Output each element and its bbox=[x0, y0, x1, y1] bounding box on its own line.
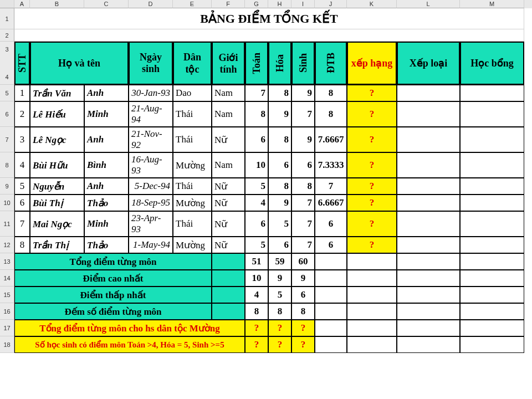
cell-lastname[interactable]: Trần Văn bbox=[30, 85, 84, 101]
cell-sex[interactable]: Nam bbox=[212, 85, 245, 101]
cell-hocbong[interactable] bbox=[460, 85, 524, 101]
col-header[interactable]: M bbox=[460, 0, 524, 8]
th-hocbong[interactable]: Học bổng bbox=[460, 42, 524, 85]
empty-cell[interactable] bbox=[212, 270, 245, 287]
cell-hoa[interactable]: 8 bbox=[268, 85, 291, 101]
cell-hoa[interactable]: 5 bbox=[268, 211, 291, 237]
row-header[interactable]: 18 bbox=[0, 336, 14, 353]
summary-val[interactable]: 9 bbox=[291, 270, 315, 287]
row-header[interactable]: 34 bbox=[0, 42, 14, 85]
cell-firstname[interactable]: Anh bbox=[84, 127, 129, 152]
summary-val[interactable]: 8 bbox=[268, 303, 291, 320]
cell-stt[interactable]: 7 bbox=[14, 211, 30, 237]
cell-hocbong[interactable] bbox=[460, 152, 524, 178]
th-xeploai[interactable]: Xếp loại bbox=[397, 42, 460, 85]
cell-lastname[interactable]: Bùi Hữu bbox=[30, 152, 84, 178]
cell-sex[interactable]: Nữ bbox=[212, 211, 245, 237]
cell-ethnic[interactable]: Thái bbox=[173, 101, 212, 127]
cell-lastname[interactable]: Lê Hiếu bbox=[30, 101, 84, 127]
cell-dob[interactable]: 30-Jan-93 bbox=[129, 85, 173, 101]
empty-cell[interactable] bbox=[460, 320, 524, 336]
col-header[interactable]: H bbox=[268, 0, 291, 8]
cell-xeploai[interactable] bbox=[397, 237, 460, 253]
th-hoa[interactable]: Hóa bbox=[268, 42, 291, 85]
summary-val[interactable]: 6 bbox=[291, 287, 315, 303]
cell-sinh[interactable]: 7 bbox=[291, 211, 315, 237]
summary-val[interactable]: 9 bbox=[268, 270, 291, 287]
cell-toan[interactable]: 6 bbox=[245, 127, 268, 152]
summary-label[interactable]: Tổng điểm từng môn bbox=[14, 253, 212, 270]
col-header[interactable]: G bbox=[245, 0, 268, 8]
col-header[interactable]: J bbox=[315, 0, 347, 8]
col-header[interactable]: C bbox=[84, 0, 129, 8]
th-ngaysinh[interactable]: Ngày sinh bbox=[129, 42, 173, 85]
cell-dob[interactable]: 16-Aug-93 bbox=[129, 152, 173, 178]
th-xephang[interactable]: xếp hạng bbox=[347, 42, 397, 85]
summary-val[interactable]: ? bbox=[291, 336, 315, 353]
cell-hoa[interactable]: 6 bbox=[268, 152, 291, 178]
cell-xeploai[interactable] bbox=[397, 127, 460, 152]
col-header[interactable]: F bbox=[212, 0, 245, 8]
th-stt[interactable]: STT bbox=[14, 42, 30, 85]
cell-ethnic[interactable]: Thái bbox=[173, 211, 212, 237]
empty-cell[interactable] bbox=[315, 303, 347, 320]
summary-val[interactable]: 60 bbox=[291, 253, 315, 270]
empty-cell[interactable] bbox=[397, 287, 460, 303]
col-header[interactable]: K bbox=[347, 0, 397, 8]
cell-stt[interactable]: 3 bbox=[14, 127, 30, 152]
cell-sinh[interactable]: 7 bbox=[291, 101, 315, 127]
empty-cell[interactable] bbox=[315, 287, 347, 303]
summary-val[interactable]: ? bbox=[268, 320, 291, 336]
cell-dob[interactable]: 18-Sep-95 bbox=[129, 195, 173, 211]
cell-xephang[interactable]: ? bbox=[347, 85, 397, 101]
empty-cell[interactable] bbox=[315, 320, 347, 336]
th-toan[interactable]: Toán bbox=[245, 42, 268, 85]
cell-sex[interactable]: Nữ bbox=[212, 195, 245, 211]
row-header[interactable]: 17 bbox=[0, 320, 14, 336]
summary-label[interactable]: Tổng điểm từng môn cho hs dân tộc Mường bbox=[14, 320, 245, 336]
row-header[interactable]: 2 bbox=[0, 29, 14, 42]
spreadsheet[interactable]: A B C D E F G H I J K L M 1 BẢNG ĐIỂM TỔ… bbox=[0, 0, 532, 353]
cell-sinh[interactable]: 9 bbox=[291, 127, 315, 152]
summary-val[interactable]: 4 bbox=[245, 287, 268, 303]
empty-cell[interactable] bbox=[460, 287, 524, 303]
empty-cell[interactable] bbox=[397, 253, 460, 270]
empty-cell[interactable] bbox=[460, 303, 524, 320]
summary-label[interactable]: Số học sinh có điểm môn Toán >4, Hóa = 5… bbox=[14, 336, 245, 353]
cell-ethnic[interactable]: Dao bbox=[173, 85, 212, 101]
empty-cell[interactable] bbox=[315, 336, 347, 353]
cell-firstname[interactable]: Anh bbox=[84, 178, 129, 195]
cell-sex[interactable]: Nam bbox=[212, 152, 245, 178]
cell-hocbong[interactable] bbox=[460, 127, 524, 152]
cell-xephang[interactable]: ? bbox=[347, 152, 397, 178]
summary-label[interactable]: Đếm số điểm từng môn bbox=[14, 303, 212, 320]
cell-stt[interactable]: 5 bbox=[14, 178, 30, 195]
cell-dtb[interactable]: 6 bbox=[315, 237, 347, 253]
cell-hocbong[interactable] bbox=[460, 195, 524, 211]
cell-dtb[interactable]: 8 bbox=[315, 85, 347, 101]
cell-toan[interactable]: 6 bbox=[245, 211, 268, 237]
summary-val[interactable]: 8 bbox=[291, 303, 315, 320]
cell-firstname[interactable]: Minh bbox=[84, 211, 129, 237]
cell-xephang[interactable]: ? bbox=[347, 211, 397, 237]
summary-val[interactable]: 8 bbox=[245, 303, 268, 320]
cell-firstname[interactable]: Bình bbox=[84, 152, 129, 178]
cell-sinh[interactable]: 7 bbox=[291, 237, 315, 253]
th-hoten[interactable]: Họ và tên bbox=[30, 42, 129, 85]
th-gioitinh[interactable]: Giới tính bbox=[212, 42, 245, 85]
cell-xeploai[interactable] bbox=[397, 195, 460, 211]
summary-val[interactable]: ? bbox=[245, 320, 268, 336]
cell-toan[interactable]: 5 bbox=[245, 178, 268, 195]
empty-cell[interactable] bbox=[347, 287, 397, 303]
summary-label[interactable]: Điểm thấp nhất bbox=[14, 287, 212, 303]
cell-dtb[interactable]: 7.3333 bbox=[315, 152, 347, 178]
cell-stt[interactable]: 2 bbox=[14, 101, 30, 127]
th-dtb[interactable]: ĐTB bbox=[315, 42, 347, 85]
th-sinh[interactable]: Sinh bbox=[291, 42, 315, 85]
empty-cell[interactable] bbox=[14, 29, 524, 42]
cell-hoa[interactable]: 8 bbox=[268, 127, 291, 152]
row-header[interactable]: 8 bbox=[0, 152, 14, 178]
cell-lastname[interactable]: Nguyễn bbox=[30, 178, 84, 195]
cell-toan[interactable]: 8 bbox=[245, 101, 268, 127]
summary-val[interactable]: ? bbox=[268, 336, 291, 353]
